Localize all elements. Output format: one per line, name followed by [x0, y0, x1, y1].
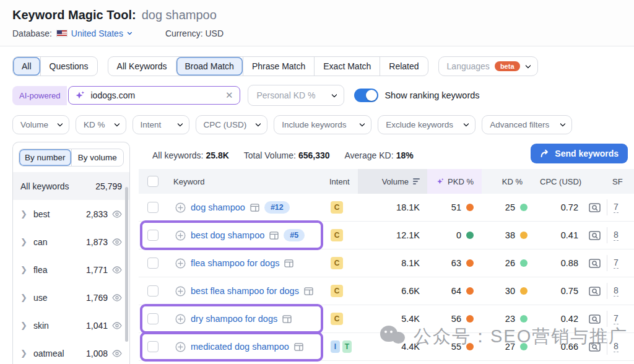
keyword-groups-sidebar: By number By volume All keywords 25,799 … [12, 142, 130, 364]
tab-all-keywords[interactable]: All Keywords [108, 57, 176, 76]
row-checkbox[interactable] [147, 313, 158, 324]
sf-count[interactable]: 8 [614, 285, 619, 297]
intent-badge[interactable]: C [331, 201, 343, 214]
add-keyword-icon[interactable] [175, 202, 186, 213]
filter-cpc[interactable]: CPC (USD) [196, 115, 268, 134]
add-keyword-icon[interactable] [175, 342, 186, 352]
filter-volume[interactable]: Volume [12, 115, 69, 134]
sidebar-item-all-keywords[interactable]: All keywords 25,799 [13, 172, 129, 200]
serp-features-icon[interactable] [304, 287, 313, 295]
show-ranking-keywords-toggle[interactable] [354, 89, 378, 102]
sidebar-scrollbar[interactable] [125, 187, 128, 342]
tab-related[interactable]: Related [380, 57, 427, 76]
intent-badge[interactable]: T [342, 340, 352, 353]
chevron-down-icon [177, 121, 183, 127]
keyword-link[interactable]: best dog shampoo [191, 230, 264, 240]
keyword-link[interactable]: best flea shampoo for dogs [191, 286, 299, 296]
ai-powered-badge: AI-powered [12, 86, 67, 105]
sidebar-item-skin[interactable]: ❯ skin 1,041 [13, 311, 129, 339]
intent-badge[interactable]: C [331, 313, 343, 325]
serp-preview-icon[interactable] [582, 314, 607, 324]
serp-preview-icon[interactable] [582, 203, 607, 212]
eye-icon[interactable] [112, 322, 122, 329]
sparkles-icon [75, 90, 85, 101]
col-cpc[interactable]: CPC (USD) [534, 177, 582, 186]
select-all-checkbox[interactable] [147, 176, 158, 187]
send-keywords-button[interactable]: Send keywords [531, 144, 628, 163]
tab-exact-match[interactable]: Exact Match [314, 57, 380, 76]
filter-advanced[interactable]: Advanced filters [482, 115, 572, 134]
intent-badge[interactable]: C [331, 285, 343, 297]
col-intent[interactable]: Intent [323, 177, 358, 186]
row-checkbox[interactable] [147, 285, 158, 297]
tab-all[interactable]: All [13, 57, 40, 76]
filter-include-keywords[interactable]: Include keywords [274, 115, 371, 134]
serp-preview-icon[interactable] [582, 231, 607, 240]
filter-intent[interactable]: Intent [132, 115, 189, 134]
tab-phrase-match[interactable]: Phrase Match [243, 57, 314, 76]
intent-badge[interactable]: C [331, 229, 343, 241]
tab-by-volume[interactable]: By volume [71, 149, 124, 166]
sf-count[interactable]: 8 [614, 230, 619, 241]
keyword-link[interactable]: dry shampoo for dogs [191, 314, 277, 324]
serp-preview-icon[interactable] [582, 342, 607, 352]
keyword-link[interactable]: dog shampoo [191, 202, 245, 212]
keyword-link[interactable]: flea shampoo for dogs [191, 258, 279, 268]
serp-features-icon[interactable] [269, 232, 279, 240]
database-selector[interactable]: United States [71, 28, 131, 38]
group-label: best [33, 209, 50, 219]
rank-badge[interactable]: #5 [284, 229, 305, 241]
serp-features-icon[interactable] [294, 343, 303, 351]
rank-badge[interactable]: #12 [264, 201, 290, 214]
col-volume[interactable]: Volume [358, 169, 427, 194]
row-checkbox[interactable] [147, 341, 158, 352]
eye-icon[interactable] [112, 210, 122, 218]
keyword-link[interactable]: medicated dog shampoo [191, 342, 289, 352]
eye-icon[interactable] [112, 266, 122, 274]
tab-broad-match[interactable]: Broad Match [176, 57, 243, 76]
chevron-down-icon [255, 121, 261, 127]
sf-count[interactable]: 7 [614, 202, 619, 213]
col-sf[interactable]: SF [607, 177, 634, 186]
add-keyword-icon[interactable] [175, 258, 186, 269]
tab-questions[interactable]: Questions [40, 57, 97, 76]
col-pkd[interactable]: PKD % [427, 169, 482, 194]
sidebar-item-best[interactable]: ❯ best 2,833 [13, 200, 129, 228]
col-keyword[interactable]: Keyword [167, 177, 323, 186]
eye-icon[interactable] [112, 238, 122, 246]
sidebar-item-use[interactable]: ❯ use 1,769 [13, 284, 129, 311]
personal-kd-dropdown[interactable]: Personal KD % [248, 85, 344, 106]
filter-exclude-keywords[interactable]: Exclude keywords [378, 115, 476, 134]
filter-kd[interactable]: KD % [76, 115, 126, 134]
serp-features-icon[interactable] [250, 204, 259, 212]
sf-count[interactable]: 7 [614, 313, 619, 324]
clear-input-icon[interactable]: ✕ [225, 90, 234, 101]
group-count: 1,873 [86, 237, 108, 247]
eye-icon[interactable] [112, 294, 122, 301]
serp-features-icon[interactable] [282, 315, 292, 323]
add-keyword-icon[interactable] [175, 230, 186, 241]
sidebar-item-can[interactable]: ❯ can 1,873 [13, 228, 129, 256]
serp-preview-icon[interactable] [582, 287, 607, 296]
serp-preview-icon[interactable] [582, 259, 607, 268]
sf-count[interactable]: 7 [614, 258, 619, 269]
domain-search-input[interactable] [90, 90, 219, 100]
summary-toolbar: All keywords:25.8K Total Volume:656,330 … [139, 142, 634, 169]
col-kd[interactable]: KD % [482, 177, 534, 186]
volume-value: 12.1K [358, 230, 427, 240]
intent-badge[interactable]: I [331, 340, 340, 353]
cpc-value: 0.75 [534, 286, 582, 296]
row-checkbox[interactable] [147, 202, 158, 213]
add-keyword-icon[interactable] [175, 286, 186, 297]
sidebar-item-flea[interactable]: ❯ flea 1,771 [13, 256, 129, 284]
tab-by-number[interactable]: By number [19, 149, 71, 166]
add-keyword-icon[interactable] [175, 314, 186, 324]
serp-features-icon[interactable] [284, 259, 293, 267]
sf-count[interactable]: 8 [614, 341, 619, 352]
sidebar-item-oatmeal[interactable]: ❯ oatmeal 1,008 [13, 339, 129, 364]
languages-dropdown[interactable]: Languages beta [438, 56, 538, 76]
eye-icon[interactable] [112, 350, 122, 357]
intent-badge[interactable]: C [331, 257, 343, 269]
row-checkbox[interactable] [147, 258, 158, 269]
row-checkbox[interactable] [147, 230, 158, 241]
